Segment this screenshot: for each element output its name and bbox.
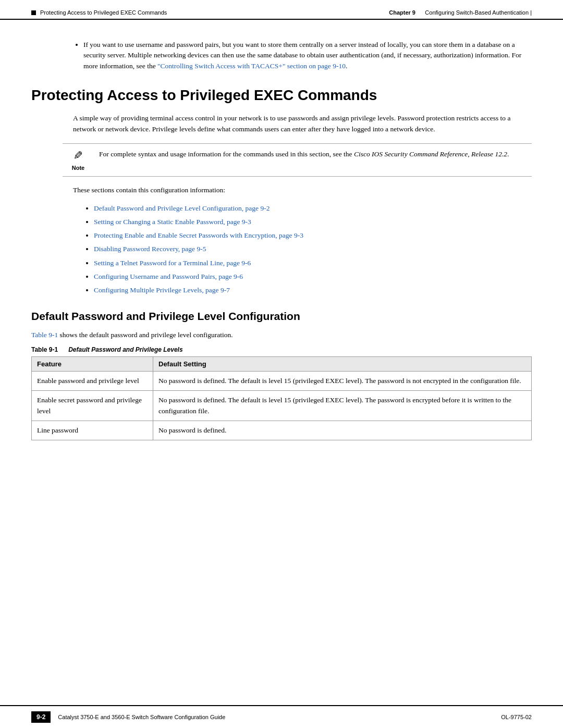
- main-content: If you want to use username and password…: [0, 20, 563, 461]
- data-table: Feature Default Setting Enable password …: [31, 356, 532, 440]
- note-after: .: [507, 150, 509, 158]
- toc-item: Setting or Changing a Static Enable Pass…: [94, 217, 532, 227]
- intro-bullet-section: If you want to use username and password…: [73, 40, 532, 71]
- pencil-icon: ✎: [74, 149, 83, 163]
- tacacs-link[interactable]: "Controlling Switch Access with TACACS+"…: [157, 62, 346, 70]
- table-num: Table 9-1: [31, 346, 58, 353]
- note-box: ✎ Note For complete syntax and usage inf…: [63, 143, 532, 177]
- table-ref-after: shows the default password and privilege…: [58, 331, 233, 339]
- table-cell-setting: No password is defined. The default is l…: [153, 372, 532, 391]
- footer-left: 9-2 Catalyst 3750-E and 3560-E Switch So…: [31, 711, 225, 723]
- table-header-row: Feature Default Setting: [32, 357, 532, 372]
- toc-list: Default Password and Privilege Level Con…: [83, 203, 532, 296]
- header-left: Protecting Access to Privileged EXEC Com…: [31, 9, 167, 16]
- toc-link[interactable]: Disabling Password Recovery, page 9-5: [94, 245, 206, 253]
- toc-link[interactable]: Configuring Multiple Privilege Levels, p…: [94, 286, 230, 294]
- table-ref-link[interactable]: Table 9-1: [31, 331, 58, 339]
- col-setting: Default Setting: [153, 357, 532, 372]
- footer-title: Catalyst 3750-E and 3560-E Switch Softwa…: [58, 714, 225, 720]
- table-label: Table 9-1 Default Password and Privilege…: [31, 346, 532, 353]
- toc-item: Default Password and Privilege Level Con…: [94, 203, 532, 214]
- toc-link[interactable]: Default Password and Privilege Level Con…: [94, 204, 270, 212]
- intro-bullet-after: .: [346, 62, 347, 70]
- header-left-text: Protecting Access to Privileged EXEC Com…: [40, 9, 167, 16]
- header-separator: [417, 9, 423, 16]
- table-cell-feature: Enable password and privilege level: [32, 372, 153, 391]
- intro-paragraph: A simple way of providing terminal acces…: [73, 113, 532, 135]
- table-desc: Default Password and Privilege Levels: [68, 346, 182, 353]
- note-icon-col: ✎ Note: [63, 149, 94, 171]
- note-label: Note: [72, 165, 84, 171]
- intro-bullet-item: If you want to use username and password…: [83, 40, 532, 71]
- table-cell-feature: Line password: [32, 421, 153, 440]
- toc-item: Configuring Multiple Privilege Levels, p…: [94, 285, 532, 295]
- table-label-separator: [59, 346, 66, 353]
- header-bar: |: [530, 9, 532, 16]
- table-row: Enable secret password and privilege lev…: [32, 391, 532, 421]
- toc-item: Configuring Username and Password Pairs,…: [94, 272, 532, 282]
- subsection-title: Default Password and Privilege Level Con…: [31, 310, 532, 323]
- page-header: Protecting Access to Privileged EXEC Com…: [0, 0, 563, 20]
- table-caption-text: Table 9-1 shows the default password and…: [31, 330, 532, 341]
- sections-intro: These sections contain this configuratio…: [73, 185, 532, 196]
- footer-right: OL-9775-02: [501, 714, 532, 720]
- table-row: Line passwordNo password is defined.: [32, 421, 532, 440]
- section-title: Protecting Access to Privileged EXEC Com…: [31, 87, 532, 104]
- toc-item: Protecting Enable and Enable Secret Pass…: [94, 230, 532, 241]
- toc-link[interactable]: Protecting Enable and Enable Secret Pass…: [94, 231, 303, 239]
- col-feature: Feature: [32, 357, 153, 372]
- toc-link[interactable]: Setting a Telnet Password for a Terminal…: [94, 259, 251, 267]
- note-content: For complete syntax and usage informatio…: [94, 149, 509, 159]
- page-footer: 9-2 Catalyst 3750-E and 3560-E Switch So…: [0, 705, 563, 728]
- header-chapter: Chapter 9: [389, 9, 415, 16]
- note-text: For complete syntax and usage informatio…: [99, 150, 354, 158]
- toc-item: Disabling Password Recovery, page 9-5: [94, 244, 532, 254]
- toc-link[interactable]: Configuring Username and Password Pairs,…: [94, 273, 243, 280]
- table-row: Enable password and privilege levelNo pa…: [32, 372, 532, 391]
- table-cell-feature: Enable secret password and privilege lev…: [32, 391, 153, 421]
- page-badge: 9-2: [31, 711, 51, 723]
- note-italic: Cisco IOS Security Command Reference, Re…: [354, 150, 507, 158]
- table-cell-setting: No password is defined. The default is l…: [153, 391, 532, 421]
- header-right: Chapter 9 Configuring Switch-Based Authe…: [389, 9, 532, 16]
- toc-item: Setting a Telnet Password for a Terminal…: [94, 258, 532, 268]
- header-right-title: Configuring Switch-Based Authentication: [425, 9, 529, 16]
- toc-link[interactable]: Setting or Changing a Static Enable Pass…: [94, 218, 251, 226]
- header-square-icon: [31, 10, 36, 15]
- table-cell-setting: No password is defined.: [153, 421, 532, 440]
